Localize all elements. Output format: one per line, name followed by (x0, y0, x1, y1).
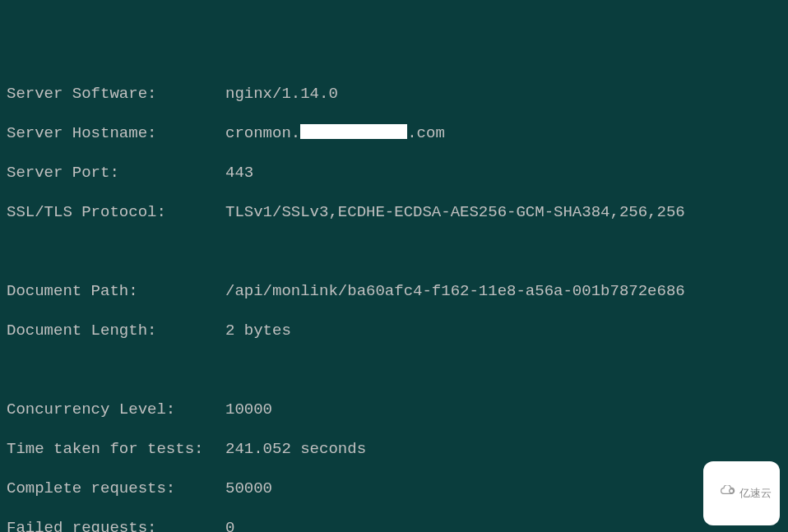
ssl-protocol-label: SSL/TLS Protocol: (7, 202, 225, 222)
complete-requests-label: Complete requests: (7, 479, 225, 498)
concurrency-label: Concurrency Level: (7, 400, 225, 419)
doc-path-label: Document Path: (7, 281, 225, 301)
watermark-badge: 亿速云 (703, 461, 780, 525)
complete-requests-value: 50000 (225, 479, 272, 498)
hostname-redacted (300, 124, 407, 139)
server-hostname-value: cronmon..com (225, 123, 445, 143)
concurrency-value: 10000 (225, 400, 272, 419)
complete-requests-line: Complete requests:50000 (7, 479, 781, 498)
time-taken-label: Time taken for tests: (7, 439, 225, 459)
failed-requests-label: Failed requests: (7, 518, 225, 532)
time-taken-line: Time taken for tests:241.052 seconds (7, 439, 781, 459)
watermark-text: 亿速云 (739, 483, 772, 503)
ssl-protocol-value: TLSv1/SSLv3,ECDHE-ECDSA-AES256-GCM-SHA38… (225, 202, 685, 222)
doc-length-line: Document Length:2 bytes (7, 321, 781, 340)
server-software-label: Server Software: (7, 84, 225, 104)
doc-length-value: 2 bytes (225, 321, 291, 340)
time-taken-value: 241.052 seconds (225, 439, 366, 459)
server-software-value: nginx/1.14.0 (225, 84, 338, 104)
cloud-icon (708, 464, 736, 523)
server-port-label: Server Port: (7, 163, 225, 183)
server-port-line: Server Port:443 (7, 163, 781, 183)
doc-length-label: Document Length: (7, 321, 225, 340)
server-hostname-label: Server Hostname: (7, 123, 225, 143)
hostname-suffix: .com (407, 124, 445, 142)
svg-point-0 (730, 489, 734, 493)
blank-line (7, 360, 781, 380)
blank-line (7, 242, 781, 261)
ssl-protocol-line: SSL/TLS Protocol:TLSv1/SSLv3,ECDHE-ECDSA… (7, 202, 781, 222)
failed-requests-value: 0 (225, 518, 234, 532)
server-hostname-line: Server Hostname:cronmon..com (7, 123, 781, 143)
server-software-line: Server Software:nginx/1.14.0 (7, 84, 781, 104)
hostname-prefix: cronmon. (225, 124, 300, 142)
concurrency-line: Concurrency Level:10000 (7, 400, 781, 419)
failed-requests-line: Failed requests:0 (7, 518, 781, 532)
doc-path-line: Document Path:/api/monlink/ba60afc4-f162… (7, 281, 781, 301)
doc-path-value: /api/monlink/ba60afc4-f162-11e8-a56a-001… (225, 281, 685, 301)
server-port-value: 443 (225, 163, 253, 183)
